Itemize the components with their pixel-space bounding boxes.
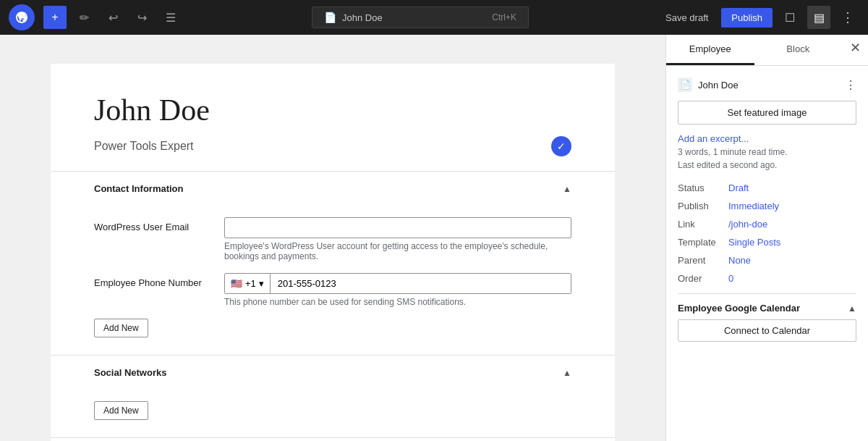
contact-information-title: Contact Information	[94, 183, 184, 194]
word-count: 3 words, 1 minute read time.	[678, 147, 856, 157]
edit-tool-button[interactable]: ✏	[72, 6, 95, 29]
last-edited: Last edited a second ago.	[678, 160, 856, 170]
sidebar-post-icon: 📄	[678, 77, 692, 92]
phone-flag: 🇺🇸	[231, 278, 242, 289]
connect-calendar-button[interactable]: Connect to Calendar	[678, 319, 856, 342]
social-networks-body: Add New	[51, 390, 615, 437]
contact-add-new-button[interactable]: Add New	[94, 319, 148, 337]
list-view-button[interactable]: ☰	[159, 6, 182, 29]
phone-prefix-text: +1	[245, 278, 256, 289]
sidebar-tabs: Employee Block ✕	[666, 35, 868, 66]
social-add-new-button[interactable]: Add New	[94, 401, 148, 420]
toolbar-center: 📄 John Doe Ctrl+K	[188, 7, 652, 28]
sidebar: Employee Block ✕ 📄 John Doe ⋮ Set featur…	[665, 35, 868, 441]
sidebar-post-title-label: John Doe	[698, 80, 839, 91]
add-block-button[interactable]: +	[43, 6, 67, 29]
parent-value[interactable]: None	[728, 255, 751, 266]
email-row: WordPress User Email Employee's WordPres…	[94, 217, 571, 261]
post-title[interactable]: John Doe	[94, 93, 571, 127]
link-label: Link	[678, 219, 728, 230]
parent-label: Parent	[678, 255, 728, 266]
post-subtitle-row: Power Tools Expert ✓	[94, 136, 571, 156]
contact-information-body: WordPress User Email Employee's WordPres…	[51, 206, 615, 355]
publish-value[interactable]: Immediately	[728, 201, 779, 211]
toolbar: + ✏ ↩ ↪ ☰ 📄 John Doe Ctrl+K Save draft P…	[0, 0, 868, 35]
link-value[interactable]: /john-doe	[728, 219, 767, 230]
wp-logo	[9, 4, 35, 30]
post-subtitle-text: Power Tools Expert	[94, 140, 194, 153]
social-networks-header[interactable]: Social Networks ▲	[51, 356, 615, 390]
phone-row: Employee Phone Number 🇺🇸 +1 ▾ This p	[94, 273, 571, 307]
undo-button[interactable]: ↩	[101, 6, 124, 29]
meta-row-parent: Parent None	[678, 251, 856, 269]
editor-header: John Doe Power Tools Expert ✓	[51, 64, 615, 172]
email-label: WordPress User Email	[94, 217, 210, 232]
main-layout: John Doe Power Tools Expert ✓ Contact In…	[0, 35, 868, 441]
sidebar-tabs-inner: Employee Block	[666, 35, 842, 65]
publish-label: Publish	[678, 201, 728, 211]
sidebar-post-title-row: 📄 John Doe ⋮	[678, 77, 856, 92]
order-value[interactable]: 0	[728, 273, 733, 284]
phone-prefix[interactable]: 🇺🇸 +1 ▾	[225, 274, 271, 293]
meta-row-publish: Publish Immediately	[678, 197, 856, 215]
tab-block[interactable]: Block	[754, 35, 843, 65]
document-icon: 📄	[324, 12, 336, 23]
redo-button[interactable]: ↪	[130, 6, 153, 29]
status-value[interactable]: Draft	[728, 182, 749, 193]
google-calendar-title: Employee Google Calendar	[678, 303, 800, 314]
email-hint: Employee's WordPress User account for ge…	[224, 241, 571, 261]
social-networks-toggle: ▲	[563, 368, 571, 378]
template-label: Template	[678, 237, 728, 248]
meta-row-order: Order 0	[678, 269, 856, 287]
meta-row-status: Status Draft	[678, 179, 856, 197]
google-calendar-section: Employee Google Calendar ▲ Connect to Ca…	[678, 293, 856, 342]
editor-footer: Employee	[51, 438, 615, 441]
featured-image-button[interactable]: Set featured image	[678, 101, 856, 125]
sidebar-body: 📄 John Doe ⋮ Set featured image Add an e…	[666, 66, 868, 441]
sidebar-post-more-button[interactable]: ⋮	[845, 78, 856, 92]
email-input[interactable]	[224, 217, 571, 238]
meta-table: Status Draft Publish Immediately Link /j…	[678, 179, 856, 287]
meta-row-link: Link /john-doe	[678, 215, 856, 233]
title-bar-text: John Doe	[342, 12, 383, 23]
contact-information-toggle: ▲	[563, 184, 571, 194]
more-options-button[interactable]: ⋮	[836, 6, 859, 29]
excerpt-link[interactable]: Add an excerpt...	[678, 133, 749, 144]
google-calendar-header[interactable]: Employee Google Calendar ▲	[678, 294, 856, 319]
google-calendar-toggle: ▲	[848, 303, 856, 314]
social-networks-title: Social Networks	[94, 367, 166, 378]
meta-row-template: Template Single Posts	[678, 233, 856, 251]
editor-content: John Doe Power Tools Expert ✓ Contact In…	[51, 64, 615, 441]
template-value[interactable]: Single Posts	[728, 237, 780, 248]
checkmark-badge: ✓	[551, 136, 571, 156]
status-label: Status	[678, 182, 728, 193]
view-button[interactable]: ☐	[778, 6, 801, 29]
phone-number-input[interactable]	[271, 274, 571, 293]
sidebar-close-button[interactable]: ✕	[842, 35, 868, 61]
contact-information-section: Contact Information ▲ WordPress User Ema…	[51, 172, 615, 356]
title-bar[interactable]: 📄 John Doe Ctrl+K	[312, 7, 529, 28]
phone-field-wrapper: 🇺🇸 +1 ▾ This phone number can be used fo…	[224, 273, 571, 307]
phone-hint: This phone number can be used for sendin…	[224, 297, 571, 307]
email-field-wrapper: Employee's WordPress User account for ge…	[224, 217, 571, 261]
publish-button[interactable]: Publish	[721, 8, 773, 28]
phone-dropdown-icon: ▾	[259, 278, 264, 289]
title-bar-shortcut: Ctrl+K	[492, 12, 516, 22]
social-networks-section: Social Networks ▲ Add New	[51, 356, 615, 438]
tab-employee[interactable]: Employee	[666, 35, 754, 65]
toolbar-right: Save draft Publish ☐ ▤ ⋮	[658, 6, 859, 29]
contact-information-header[interactable]: Contact Information ▲	[51, 172, 615, 206]
editor-area: John Doe Power Tools Expert ✓ Contact In…	[0, 35, 665, 441]
order-label: Order	[678, 273, 728, 284]
save-draft-button[interactable]: Save draft	[658, 8, 715, 28]
settings-toggle-button[interactable]: ▤	[807, 6, 830, 29]
phone-input-wrapper: 🇺🇸 +1 ▾	[224, 273, 571, 294]
phone-label: Employee Phone Number	[94, 273, 210, 288]
